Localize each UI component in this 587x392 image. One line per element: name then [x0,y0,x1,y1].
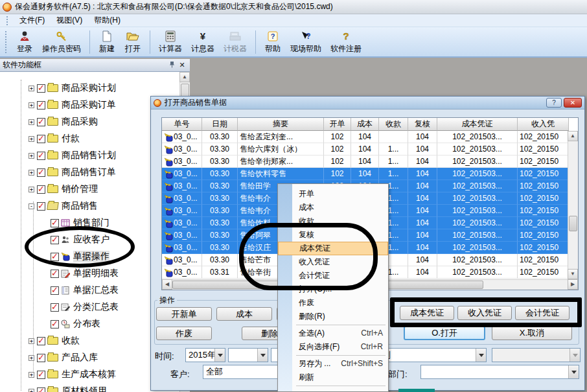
sidebar-item-销价管理[interactable]: +销价管理 [29,181,98,198]
dialog-help-button[interactable]: ? [546,98,562,108]
expand-icon[interactable]: + [29,153,34,159]
secondary-dropdown[interactable] [492,348,581,362]
chevron-down-icon[interactable] [257,349,268,362]
sidebar-item-商品销售订单[interactable]: +商品销售订单 [29,164,116,181]
sidebar-item-商品采购计划[interactable]: +商品采购计划 [29,80,116,97]
context-menu-item-成本凭证[interactable]: 成本凭证 [278,242,388,255]
toolbar-button-login[interactable]: 登录 [12,29,38,56]
sidebar-item-商品销售[interactable]: -商品销售 [29,198,98,214]
context-menu-item-反向选择(F)[interactable]: Ctrl+R反向选择(F) [278,340,388,354]
toolbar-button-interest[interactable]: ¥计息器 [187,29,219,56]
chevron-down-icon[interactable] [214,349,225,362]
checkbox-checked-icon[interactable] [37,202,45,211]
sidebar-item-付款[interactable]: +付款 [29,130,80,147]
expand-icon[interactable]: + [29,187,34,192]
month-dropdown[interactable] [228,348,268,362]
context-menu-item-另存为 ...[interactable]: Ctrl+Shift+S另存为 ... [278,357,388,371]
column-header-0[interactable]: 单号 [162,118,202,131]
expand-icon[interactable]: + [29,136,34,142]
collapse-icon[interactable]: - [29,203,34,209]
expand-icon[interactable]: + [29,170,34,176]
column-header-6[interactable]: 复核 [408,118,437,131]
context-menu-item-作废[interactable]: 作废 [278,296,388,310]
toolbar-button-calculator[interactable]: 计算器 [154,29,187,56]
checkbox-checked-icon[interactable] [37,354,45,362]
expand-icon[interactable]: + [29,372,34,378]
toolbar-button-register[interactable]: ?软件注册 [326,29,366,56]
expand-icon[interactable]: + [29,119,34,125]
context-menu-item-刷新[interactable]: 刷新 [278,371,388,384]
checkbox-checked-icon[interactable] [37,387,45,392]
sidebar-item-生产成本核算[interactable]: +生产成本核算 [29,366,116,383]
context-menu-item-会计凭证[interactable]: 会计凭证 [278,269,388,282]
table-row[interactable]: 03_0...03.30售给六库刘（冰）1021041...104102_201… [162,143,568,156]
column-header-5[interactable]: 收款 [379,118,408,131]
context-menu-item-全选(A)[interactable]: Ctrl+A全选(A) [278,327,388,340]
menu-item-1[interactable]: 视图(V) [51,14,87,27]
scrollbar-thumb[interactable] [569,216,577,231]
sidebar-item-单据明细表[interactable]: 单据明细表 [51,265,119,282]
scroll-right-icon[interactable]: ▶ [568,279,578,290]
scroll-up-icon[interactable]: ▲ [568,131,578,141]
checkbox-checked-icon[interactable] [37,84,45,93]
table-row[interactable]: 03_0...03.30售给孟定刘奎...102104104102_201503… [162,131,568,143]
chevron-down-icon[interactable] [476,349,486,362]
checkbox-checked-icon[interactable] [51,253,59,261]
checkbox-checked-icon[interactable] [37,371,45,379]
column-header-2[interactable]: 摘要 [238,118,324,131]
sidebar-item-分布表[interactable]: 分布表 [51,316,100,332]
context-menu-item-复核[interactable]: 复核 [278,228,388,242]
context-menu-item-收入凭证[interactable]: 收入凭证 [278,255,388,269]
toolbar-button-new-doc[interactable]: 新建 [94,29,120,56]
sidebar-item-应收客户[interactable]: 应收客户 [51,231,109,248]
sidebar-item-单据汇总表[interactable]: 单据汇总表 [51,282,119,299]
checkbox-checked-icon[interactable] [37,101,45,110]
scroll-left-icon[interactable]: ◀ [162,279,172,290]
menu-item-2[interactable]: 帮助(H) [89,14,126,27]
dialog-close-button[interactable]: ✕ [564,98,582,108]
op-button-void[interactable]: 作废 [156,327,212,340]
context-menu-item-收款[interactable]: 收款 [278,214,388,228]
menu-item-0[interactable]: 文件(F) [14,14,50,27]
toolbar-button-help[interactable]: ?帮助 [260,29,286,56]
expand-icon[interactable]: + [29,389,34,392]
dialog-titlebar[interactable]: 打开商品销售单据 ? ✕ [151,97,584,110]
column-header-7[interactable]: 成本凭证 [437,118,518,131]
context-menu-item-开单[interactable]: 开单 [278,187,388,201]
toolbar-button-live-help[interactable]: ?现场帮助 [286,29,326,56]
pin-icon[interactable] [167,61,177,70]
column-header-4[interactable]: 成本 [351,118,379,131]
table-vertical-scrollbar[interactable]: ▲ ▼ [568,131,578,279]
sidebar-item-产品入库[interactable]: +产品入库 [29,349,98,366]
sidebar-item-单据操作[interactable]: 单据操作 [51,248,109,265]
op-button-开新单[interactable]: 开新单 [156,307,212,321]
column-header-8[interactable]: 收入凭 [518,118,569,131]
checkbox-checked-icon[interactable] [37,135,45,143]
column-header-3[interactable]: 开单 [324,118,351,131]
close-panel-icon[interactable]: ✕ [177,61,187,70]
open-button[interactable]: O.打开 [404,326,485,340]
sidebar-item-收款[interactable]: +收款 [29,332,80,349]
checkbox-checked-icon[interactable] [37,152,45,160]
expand-icon[interactable]: + [29,102,34,108]
sidebar-item-分类汇总表[interactable]: 分类汇总表 [51,299,119,316]
table-row[interactable]: 03_0...03.30售给饮料零售1021041...104102_20150… [162,168,568,180]
scroll-down-icon[interactable]: ▼ [568,269,578,279]
checkbox-checked-icon[interactable] [51,286,59,295]
voucher-button-会计凭证[interactable]: 会计凭证 [515,306,570,320]
cancel-button[interactable]: X.取消 [492,326,572,340]
checkbox-checked-icon[interactable] [37,185,45,194]
checkbox-checked-icon[interactable] [51,303,59,312]
checkbox-checked-icon[interactable] [51,236,59,244]
context-menu-item-删除(R)[interactable]: 删除(R) [278,310,388,323]
table-row[interactable]: 03_0...03.30售给辛街郑家...1021041...104102_20… [162,156,568,168]
expand-icon[interactable]: + [29,86,34,91]
voucher-button-收入凭证[interactable]: 收入凭证 [457,306,512,320]
sidebar-item-商品销售计划[interactable]: +商品销售计划 [29,147,116,164]
checkbox-checked-icon[interactable] [51,219,59,227]
toolbar-button-key[interactable]: 操作员密码 [38,29,86,56]
op-button-成本[interactable]: 成本 [216,307,272,321]
context-menu-item-成本[interactable]: 成本 [278,201,388,214]
sidebar-item-销售部门[interactable]: 销售部门 [51,214,109,231]
dept-dropdown[interactable] [420,365,579,379]
